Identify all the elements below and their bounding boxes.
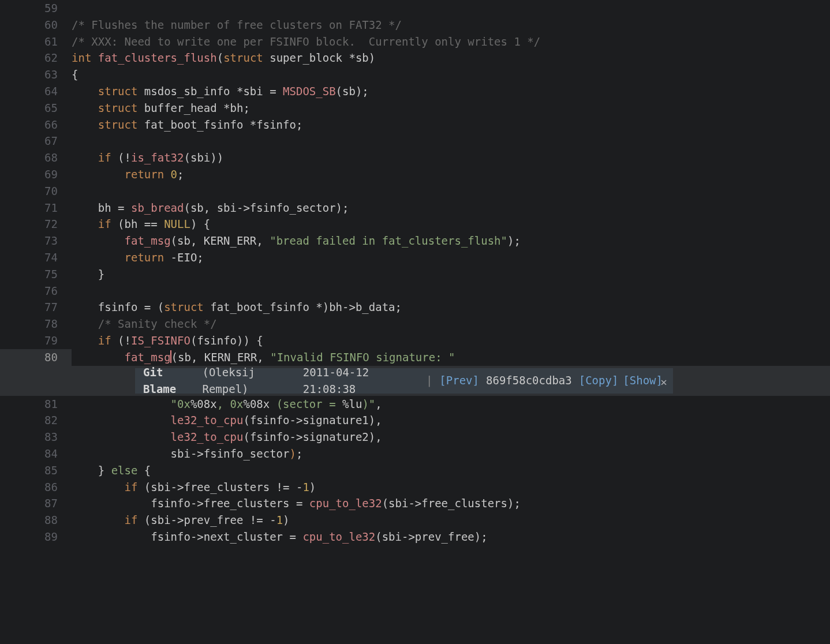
code-line[interactable]: 69 return 0; (0, 166, 830, 183)
code-content[interactable]: fat_msg(sb, KERN_ERR, "bread failed in f… (72, 233, 521, 249)
line-number[interactable]: 70 (0, 183, 72, 200)
line-number[interactable]: 78 (0, 316, 72, 332)
line-number[interactable]: 75 (0, 266, 72, 283)
code-line[interactable]: 62int fat_clusters_flush(struct super_bl… (0, 50, 830, 66)
code-line[interactable]: 79 if (!IS_FSINFO(fsinfo)) { (0, 332, 830, 349)
code-editor[interactable]: 5960/* Flushes the number of free cluste… (0, 0, 830, 545)
line-number[interactable]: 63 (0, 66, 72, 83)
line-number[interactable]: 85 (0, 462, 72, 479)
line-number[interactable]: 88 (0, 512, 72, 529)
code-content[interactable]: } else { (72, 462, 151, 479)
code-line[interactable]: 76 (0, 283, 830, 299)
code-content[interactable]: /* XXX: Need to write one per FSINFO blo… (72, 33, 540, 50)
code-line[interactable]: 80 fat_msg(sb, KERN_ERR, "Invalid FSINFO… (0, 349, 830, 366)
code-content[interactable]: } (72, 266, 104, 283)
line-number[interactable]: 74 (0, 249, 72, 266)
code-content[interactable]: if (sbi->free_clusters != -1) (72, 479, 316, 496)
code-content[interactable]: le32_to_cpu(fsinfo->signature1), (72, 412, 382, 429)
code-line[interactable]: 73 fat_msg(sb, KERN_ERR, "bread failed i… (0, 233, 830, 249)
line-number[interactable]: 81 (0, 396, 72, 413)
code-line[interactable]: 84 sbi->fsinfo_sector); (0, 445, 830, 462)
code-token: fsinfo->free_clusters = (72, 497, 309, 510)
line-number[interactable]: 77 (0, 299, 72, 316)
code-line[interactable]: 83 le32_to_cpu(fsinfo->signature2), (0, 429, 830, 445)
code-line[interactable]: 67 (0, 133, 830, 149)
line-number[interactable]: 72 (0, 216, 72, 233)
code-line[interactable]: 81 "0x%08x, 0x%08x (sector = %lu)", (0, 396, 830, 413)
code-line[interactable]: 59 (0, 0, 830, 17)
code-content[interactable]: if (!IS_FSINFO(fsinfo)) { (72, 332, 263, 349)
line-number[interactable]: 61 (0, 33, 72, 50)
blame-copy-link[interactable]: [Copy] (579, 372, 619, 389)
code-content[interactable]: { (72, 66, 78, 83)
line-number[interactable]: 60 (0, 17, 72, 33)
code-line[interactable]: 60/* Flushes the number of free clusters… (0, 17, 830, 33)
code-content[interactable]: fsinfo->next_cluster = cpu_to_le32(sbi->… (72, 529, 488, 545)
line-number[interactable]: 79 (0, 332, 72, 349)
code-line[interactable]: 72 if (bh == NULL) { (0, 216, 830, 233)
code-line[interactable]: 63{ (0, 66, 830, 83)
code-token (72, 481, 125, 493)
code-token: cpu_to_le32 (302, 530, 375, 543)
code-content[interactable]: struct buffer_head *bh; (72, 100, 250, 117)
code-content[interactable]: return 0; (72, 166, 184, 183)
code-content[interactable]: fat_msg(sb, KERN_ERR, "Invalid FSINFO si… (72, 349, 455, 366)
code-line[interactable]: 64 struct msdos_sb_info *sbi = MSDOS_SB(… (0, 83, 830, 100)
line-number[interactable]: 84 (0, 445, 72, 462)
code-line[interactable]: 88 if (sbi->prev_free != -1) (0, 512, 830, 529)
line-number[interactable]: 59 (0, 0, 72, 17)
line-number[interactable]: 73 (0, 233, 72, 249)
line-number[interactable]: 87 (0, 495, 72, 512)
close-icon[interactable]: × (660, 374, 667, 391)
code-line[interactable]: 68 if (!is_fat32(sbi)) (0, 149, 830, 166)
line-number[interactable]: 71 (0, 200, 72, 216)
blame-prev-link[interactable]: [Prev] (439, 372, 479, 389)
code-content[interactable]: if (sbi->prev_free != -1) (72, 512, 290, 529)
code-line[interactable]: 78 /* Sanity check */ (0, 316, 830, 332)
blame-show-link[interactable]: [Show] (623, 372, 663, 389)
line-number[interactable]: 83 (0, 429, 72, 445)
line-number[interactable]: 67 (0, 133, 72, 149)
code-token: %lu (342, 398, 362, 410)
code-content[interactable]: bh = sb_bread(sb, sbi->fsinfo_sector); (72, 200, 349, 216)
line-number[interactable]: 65 (0, 100, 72, 117)
code-line[interactable]: 86 if (sbi->free_clusters != -1) (0, 479, 830, 496)
code-line[interactable]: 74 return -EIO; (0, 249, 830, 266)
code-line[interactable]: 85 } else { (0, 462, 830, 479)
code-content[interactable]: return -EIO; (72, 249, 204, 266)
code-line[interactable]: 70 (0, 183, 830, 200)
code-content[interactable]: sbi->fsinfo_sector); (72, 445, 302, 462)
code-content[interactable]: /* Sanity check */ (72, 316, 217, 332)
code-line[interactable]: 87 fsinfo->free_clusters = cpu_to_le32(s… (0, 495, 830, 512)
code-content[interactable]: le32_to_cpu(fsinfo->signature2), (72, 429, 382, 445)
code-line[interactable]: 61/* XXX: Need to write one per FSINFO b… (0, 33, 830, 50)
code-line[interactable]: 66 struct fat_boot_fsinfo *fsinfo; (0, 117, 830, 133)
code-token: is_fat32 (131, 151, 184, 164)
line-number[interactable]: 86 (0, 479, 72, 496)
code-line[interactable]: 89 fsinfo->next_cluster = cpu_to_le32(sb… (0, 529, 830, 545)
line-number[interactable]: 69 (0, 166, 72, 183)
code-content[interactable]: if (bh == NULL) { (72, 216, 210, 233)
code-content[interactable]: struct msdos_sb_info *sbi = MSDOS_SB(sb)… (72, 83, 369, 100)
code-content[interactable]: /* Flushes the number of free clusters o… (72, 17, 402, 33)
code-line[interactable]: 77 fsinfo = (struct fat_boot_fsinfo *)bh… (0, 299, 830, 316)
line-number[interactable]: 66 (0, 117, 72, 133)
code-content[interactable]: fsinfo->free_clusters = cpu_to_le32(sbi-… (72, 495, 521, 512)
code-content[interactable]: struct fat_boot_fsinfo *fsinfo; (72, 117, 302, 133)
line-number[interactable]: 80 (0, 349, 72, 366)
code-token (72, 234, 125, 247)
code-line[interactable]: 71 bh = sb_bread(sb, sbi->fsinfo_sector)… (0, 200, 830, 216)
code-line[interactable]: 65 struct buffer_head *bh; (0, 100, 830, 117)
line-number[interactable]: 62 (0, 50, 72, 66)
line-number[interactable]: 64 (0, 83, 72, 100)
line-number[interactable]: 68 (0, 149, 72, 166)
code-content[interactable]: fsinfo = (struct fat_boot_fsinfo *)bh->b… (72, 299, 402, 316)
code-line[interactable]: 82 le32_to_cpu(fsinfo->signature1), (0, 412, 830, 429)
code-line[interactable]: 75 } (0, 266, 830, 283)
code-content[interactable]: int fat_clusters_flush(struct super_bloc… (72, 50, 375, 66)
line-number[interactable]: 82 (0, 412, 72, 429)
line-number[interactable]: 89 (0, 529, 72, 545)
code-content[interactable]: if (!is_fat32(sbi)) (72, 149, 223, 166)
code-content[interactable]: "0x%08x, 0x%08x (sector = %lu)", (72, 396, 382, 413)
line-number[interactable]: 76 (0, 283, 72, 299)
